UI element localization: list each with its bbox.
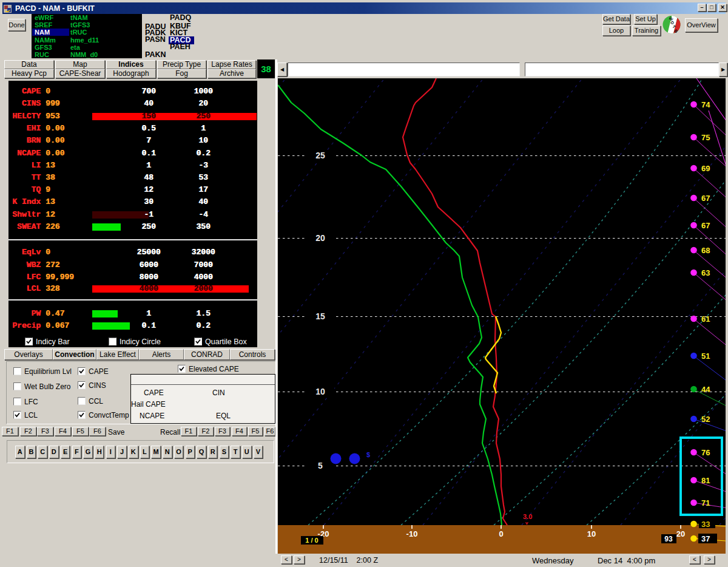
svg-text:3.0: 3.0 xyxy=(523,513,532,520)
svg-text:52: 52 xyxy=(701,415,710,424)
svg-text:71: 71 xyxy=(701,498,710,508)
svg-text:81: 81 xyxy=(701,476,710,485)
svg-text:v: v xyxy=(525,520,528,526)
svg-text:51: 51 xyxy=(701,351,710,361)
svg-text:75: 75 xyxy=(701,133,710,142)
svg-text:25: 25 xyxy=(315,151,325,160)
svg-text:68: 68 xyxy=(701,246,710,255)
svg-text:61: 61 xyxy=(701,314,710,324)
svg-text:74: 74 xyxy=(701,100,710,109)
svg-text:76: 76 xyxy=(701,448,710,457)
svg-text:67: 67 xyxy=(701,194,710,203)
svg-text:44: 44 xyxy=(701,385,710,394)
svg-text:20: 20 xyxy=(315,233,325,243)
svg-text:63: 63 xyxy=(701,268,710,277)
svg-text:15: 15 xyxy=(315,311,325,321)
svg-text:33: 33 xyxy=(701,520,710,529)
svg-text:5: 5 xyxy=(318,461,323,470)
svg-text:$: $ xyxy=(366,451,370,458)
svg-text:1 / 0: 1 / 0 xyxy=(305,537,318,544)
svg-text:67: 67 xyxy=(701,221,710,230)
svg-text:10: 10 xyxy=(315,387,325,396)
svg-text:10: 10 xyxy=(587,529,596,538)
svg-text:0: 0 xyxy=(499,529,503,538)
svg-text:69: 69 xyxy=(701,164,710,173)
svg-text:93: 93 xyxy=(664,535,673,543)
svg-text:20: 20 xyxy=(676,529,685,538)
svg-text:-10: -10 xyxy=(406,529,418,538)
svg-text:37: 37 xyxy=(701,534,710,543)
